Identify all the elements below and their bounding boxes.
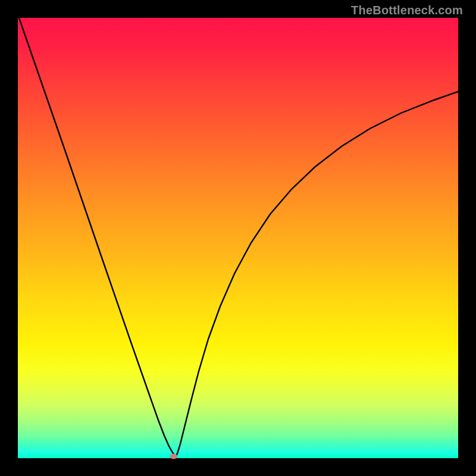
chart-frame: TheBottleneck.com <box>0 0 476 476</box>
bottleneck-curve <box>19 18 458 456</box>
watermark-label: TheBottleneck.com <box>351 4 463 17</box>
curve-layer <box>18 18 458 458</box>
plot-area <box>18 18 458 458</box>
minimum-marker-icon <box>170 454 177 459</box>
